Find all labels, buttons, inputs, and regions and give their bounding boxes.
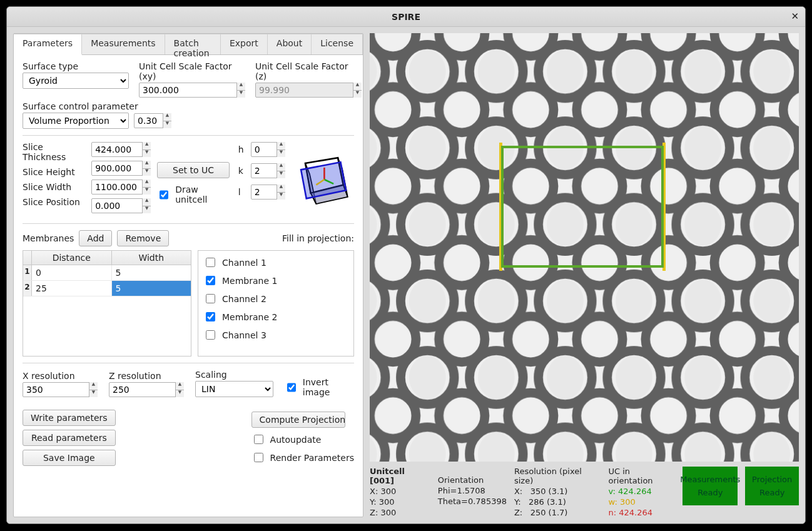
membrane2-checkbox[interactable] [206,312,215,321]
channel1-checkbox[interactable] [206,258,215,267]
control-type-select[interactable]: Volume Proportion [23,113,129,129]
k-label: k [238,166,246,176]
projection-status-badge: Projection Ready [745,467,799,505]
fill-projection-list: Channel 1 Membrane 1 Channel 2 Membrane … [198,250,354,357]
render-params-checkbox[interactable] [254,453,263,462]
write-params-button[interactable]: Write parameters [23,410,116,426]
z-res-label: Z resolution [109,371,184,381]
col-distance: Distance [32,251,112,265]
read-params-button[interactable]: Read parameters [23,430,116,446]
draw-unitcell-checkbox[interactable] [160,190,168,200]
slice-position-label: Slice Position [23,197,88,207]
remove-membrane-button[interactable]: Remove [117,230,169,246]
x-res-label: X resolution [23,371,98,381]
tab-export[interactable]: Export [221,34,268,54]
unitcell-cube-icon [289,142,354,217]
compute-projection-button[interactable]: Compute Projection [251,412,345,428]
membranes-table[interactable]: Distance Width 1 0 5 2 25 5 [23,250,191,357]
resolution-title: Resolution (pixel size) [514,467,601,485]
app-window: SPIRE ✕ Parameters Measurements Batch cr… [6,6,806,524]
membrane1-checkbox[interactable] [206,276,215,285]
channel2-checkbox[interactable] [206,294,215,303]
measurement-status-badge: Measurements Ready [683,467,738,505]
scale-xy-label: Unit Cell Scale Factor (xy) [139,61,245,81]
window-title: SPIRE [392,12,420,22]
unitcell-overlay-v [501,146,664,268]
left-panel: Parameters Measurements Batch creation E… [13,33,363,517]
invert-image-label: Invert image [303,377,354,397]
table-cell[interactable]: 5 [112,265,191,280]
invert-image-checkbox[interactable] [287,383,296,392]
scale-xy-input[interactable] [139,83,245,98]
set-to-uc-button[interactable]: Set to UC [157,162,230,178]
tab-parameters[interactable]: Parameters [14,34,82,55]
close-icon[interactable]: ✕ [791,11,799,22]
projection-canvas [370,33,799,462]
control-label: Surface control parameter [23,101,354,111]
tab-measurements[interactable]: Measurements [82,34,165,54]
orientation-title: Orientation [438,475,507,485]
col-width: Width [112,251,191,265]
table-cell[interactable]: 0 [32,265,112,280]
fill-projection-label: Fill in projection: [282,233,354,243]
z-res-input[interactable] [109,382,184,397]
status-bar: Unitcell [001] X: 300 Y: 300 Z: 300 Orie… [370,467,799,517]
uc-orient-title: UC in orientation [608,467,675,485]
l-label: l [238,187,246,197]
scaling-select[interactable]: LIN [195,381,273,397]
scaling-label: Scaling [195,370,273,380]
h-label: h [238,144,246,154]
slice-thickness-label: Slice Thickness [23,142,88,162]
autoupdate-checkbox[interactable] [254,435,263,444]
render-params-label: Render Parameters [270,453,354,463]
x-res-input[interactable] [23,382,98,397]
tab-license[interactable]: License [312,34,363,54]
scale-z-label: Unit Cell Scale Factor (z) [255,61,362,81]
surface-type-label: Surface type [23,61,129,71]
save-image-button[interactable]: Save Image [23,450,116,466]
tab-about[interactable]: About [268,34,312,54]
autoupdate-label: Autoupdate [270,435,322,445]
membranes-label: Membranes [23,233,74,243]
table-cell[interactable]: 5 [112,281,191,296]
slice-height-label: Slice Height [23,167,88,177]
draw-unitcell-label: Draw unitcell [175,185,230,205]
surface-type-select[interactable]: Gyroid [23,73,129,89]
channel3-checkbox[interactable] [206,330,215,340]
slice-width-label: Slice Width [23,182,88,192]
table-cell[interactable]: 25 [32,281,112,296]
tab-bar: Parameters Measurements Batch creation E… [14,34,363,55]
add-membrane-button[interactable]: Add [79,230,112,246]
tab-batch[interactable]: Batch creation [165,34,221,54]
titlebar: SPIRE ✕ [7,7,805,27]
unitcell-title: Unitcell [001] [370,467,430,485]
scale-z-input [255,83,362,98]
